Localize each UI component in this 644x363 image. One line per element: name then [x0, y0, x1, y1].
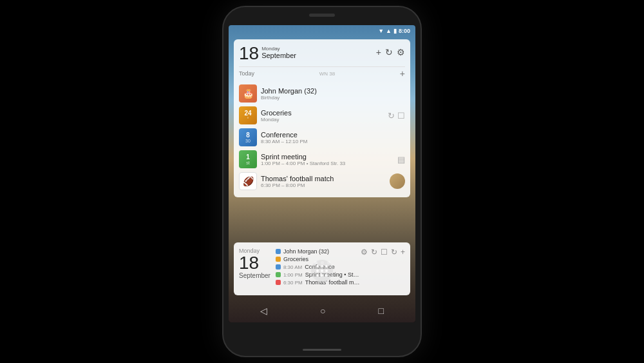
- widget-header: 18 Monday September + ↻ ⚙: [239, 44, 405, 63]
- b-event-text-0: John Morgan (32): [283, 248, 361, 255]
- home-button[interactable]: ○: [320, 306, 325, 316]
- birthday-info: John Morgan (32) Birthday: [261, 87, 405, 101]
- app-dot-4: [316, 270, 319, 272]
- b-dot-3: [276, 272, 281, 277]
- sprint-actions: ▤: [397, 155, 405, 164]
- widget-actions: + ↻ ⚙: [376, 44, 405, 57]
- grocery-actions: ↻ ☐: [388, 111, 405, 121]
- bottom-gear-icon[interactable]: ⚙: [361, 248, 368, 257]
- football-info: Thomas' football match 6:30 PM – 8:00 PM: [261, 175, 386, 188]
- b-dot-2: [276, 264, 281, 270]
- sprint-title: Sprint meeting: [261, 153, 393, 161]
- date-large: 18 Monday September: [239, 44, 296, 63]
- birthday-subtitle: Birthday: [261, 95, 405, 101]
- date-day: Monday: [261, 46, 296, 52]
- birthday-tile: 🎂: [239, 84, 257, 103]
- grocery-info: Groceries Monday: [261, 109, 384, 123]
- event-grocery[interactable]: 24 ° Groceries Monday ↻ ☐: [239, 104, 405, 126]
- home-icon: ○: [320, 306, 325, 316]
- b-event-0: John Morgan (32): [276, 248, 361, 255]
- top-widget: 18 Monday September + ↻ ⚙ Today WN 38 +: [234, 39, 410, 197]
- grocery-title: Groceries: [261, 109, 384, 117]
- bottom-actions: ⚙ ↻ ☐ ↻ +: [361, 248, 405, 257]
- avatar: [390, 173, 405, 189]
- conference-subtitle: 8:30 AM – 12:10 PM: [261, 139, 405, 144]
- bottom-sync-icon[interactable]: ↻: [391, 248, 397, 257]
- b-dot-0: [276, 249, 281, 254]
- today-header: Today WN 38 +: [239, 66, 405, 80]
- b-time-3: 1:00 PM: [283, 272, 303, 278]
- conf-num: 8: [246, 132, 250, 139]
- b-event-text-4: Thomas' football match: [305, 279, 361, 286]
- grocery-check-icon[interactable]: ☐: [397, 111, 405, 121]
- grocery-subtitle: Monday: [261, 117, 384, 123]
- phone-device: ▼ ▲ ▮ 8:00 18 Monday September + ↻: [222, 6, 422, 357]
- app-dot-5: [321, 270, 323, 272]
- football-subtitle: 6:30 PM – 8:00 PM: [261, 182, 386, 188]
- nav-bar: ◁ ○ □: [234, 299, 410, 322]
- recents-button[interactable]: □: [379, 306, 384, 316]
- bottom-month: September: [239, 272, 270, 279]
- grocery-temp: 24: [244, 110, 251, 117]
- b-time-4: 6:30 PM: [283, 280, 303, 286]
- settings-button[interactable]: ⚙: [397, 47, 405, 57]
- event-sprint[interactable]: 1 st Sprint meeting 1:00 PM – 4:00 PM • …: [239, 148, 405, 170]
- app-dot-3: [325, 265, 328, 268]
- football-title: Thomas' football match: [261, 175, 386, 182]
- grocery-tile: 24 °: [239, 106, 257, 124]
- time-display: 8:00: [399, 28, 410, 34]
- status-bar: ▼ ▲ ▮ 8:00: [229, 25, 415, 37]
- sprint-tile: 1 st: [239, 150, 257, 168]
- conference-tile: 8 30: [239, 128, 257, 146]
- sprint-info: Sprint meeting 1:00 PM – 4:00 PM • Stanf…: [261, 153, 393, 166]
- date-number: 18: [239, 44, 259, 63]
- event-football[interactable]: 🏈 Thomas' football match 6:30 PM – 8:00 …: [239, 170, 405, 192]
- conference-info: Conference 8:30 AM – 12:10 PM: [261, 131, 405, 144]
- status-icons: ▼ ▲ ▮ 8:00: [378, 28, 410, 34]
- back-button[interactable]: ◁: [260, 306, 267, 316]
- bottom-check-icon[interactable]: ☐: [381, 248, 388, 257]
- sprint-subtitle: 1:00 PM – 4:00 PM • Stanford Str. 33: [261, 161, 393, 166]
- date-month: September: [261, 52, 296, 59]
- signal-icon: ▲: [386, 28, 392, 34]
- app-dot-1: [316, 265, 319, 268]
- wn-label: WN 38: [319, 71, 335, 77]
- app-dot-9: [325, 274, 328, 277]
- grocery-refresh-icon[interactable]: ↻: [388, 111, 395, 121]
- sprint-num: 1: [246, 154, 250, 161]
- app-dot-2: [321, 265, 323, 268]
- phone-screen: ▼ ▲ ▮ 8:00 18 Monday September + ↻: [229, 25, 415, 322]
- sprint-unit: st: [246, 161, 249, 165]
- date-text: Monday September: [261, 44, 296, 59]
- app-dot-6: [325, 270, 328, 272]
- speaker: [309, 14, 335, 17]
- app-drawer-button[interactable]: [310, 259, 334, 282]
- grocery-unit: °: [247, 117, 249, 121]
- add-event-button[interactable]: +: [376, 47, 381, 57]
- app-dot-8: [321, 274, 323, 277]
- back-icon: ◁: [260, 306, 267, 316]
- event-conference[interactable]: 8 30 Conference 8:30 AM – 12:10 PM: [239, 126, 405, 148]
- recents-icon: □: [379, 306, 384, 316]
- battery-icon: ▮: [393, 28, 397, 34]
- refresh-button[interactable]: ↻: [385, 47, 393, 57]
- wifi-icon: ▼: [378, 28, 384, 34]
- b-dot-4: [276, 280, 281, 285]
- add-today-button[interactable]: +: [400, 68, 405, 79]
- conference-title: Conference: [261, 131, 405, 139]
- birthday-title: John Morgan (32): [261, 87, 405, 95]
- app-dots-grid: [316, 265, 328, 277]
- sprint-book-icon[interactable]: ▤: [397, 155, 405, 164]
- app-dot-7: [316, 274, 319, 277]
- football-tile: 🏈: [239, 172, 257, 190]
- bottom-refresh-icon[interactable]: ↻: [371, 248, 377, 257]
- conf-unit: 30: [245, 139, 251, 143]
- home-indicator: [303, 349, 341, 351]
- b-time-2: 8:30 AM: [283, 264, 302, 270]
- bottom-plus-icon[interactable]: +: [401, 248, 405, 257]
- today-label: Today: [239, 70, 254, 77]
- event-birthday[interactable]: 🎂 John Morgan (32) Birthday: [239, 83, 405, 104]
